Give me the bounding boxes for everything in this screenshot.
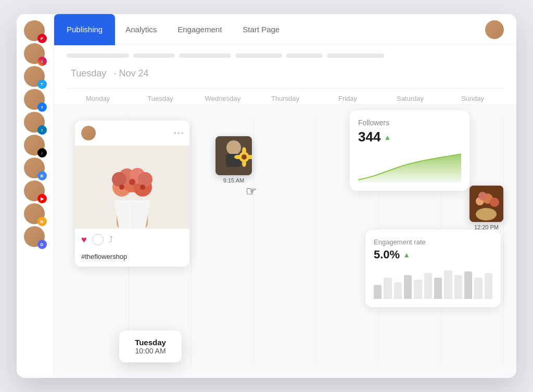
right-thumb-time: 12:20 PM — [469, 224, 503, 230]
bar-item — [464, 271, 472, 299]
day-friday: Friday — [316, 93, 379, 104]
user-avatar[interactable] — [485, 20, 504, 39]
bar-item — [404, 275, 412, 299]
day-saturday: Saturday — [379, 93, 441, 104]
badge-other1: B — [37, 171, 47, 180]
tab-analytics[interactable]: Analytics — [115, 14, 167, 45]
scheduled-thumb-image — [215, 136, 252, 175]
sidebar-account-youtube[interactable]: ▶ — [24, 180, 47, 203]
post-card-dots[interactable] — [174, 132, 183, 134]
followers-chart — [358, 151, 461, 182]
heart-icon[interactable]: ♥ — [81, 234, 87, 245]
scheduled-thumb[interactable]: 9:15 AM — [215, 136, 252, 184]
bar-item — [485, 273, 492, 299]
schedule-tooltip: Tuesday 10:00 AM — [119, 331, 182, 362]
sidebar-account-other2[interactable]: B — [24, 203, 47, 226]
svg-point-12 — [140, 185, 145, 190]
svg-point-8 — [112, 172, 126, 187]
date-title: Tuesday · Nov 24 — [67, 66, 504, 80]
followers-label: Followers — [358, 119, 461, 127]
day-wednesday: Wednesday — [192, 93, 254, 104]
post-card-actions: ♥ ⤴ — [75, 229, 189, 251]
followers-card: Followers 344 ▲ — [350, 110, 469, 191]
svg-point-9 — [138, 172, 153, 187]
post-card-image — [75, 146, 189, 229]
sidebar-account-pinterest[interactable]: P — [24, 20, 47, 43]
scheduled-thumb-time: 9:15 AM — [215, 177, 252, 184]
svg-point-28 — [478, 192, 487, 200]
skeleton-bars — [67, 54, 504, 58]
badge-facebook: f — [37, 102, 47, 112]
sidebar-account-facebook[interactable]: f — [24, 89, 47, 112]
svg-point-27 — [490, 198, 499, 207]
bar-item — [454, 275, 462, 299]
post-card-avatar — [81, 126, 96, 140]
svg-point-10 — [129, 179, 135, 185]
badge-youtube: ▶ — [37, 194, 47, 203]
top-nav: Publishing Analytics Engagement Start Pa… — [54, 14, 516, 45]
calendar-body: ♥ ⤴ #theflowershop Tuesday 10:00 AM — [54, 104, 516, 378]
sidebar-account-other1[interactable]: B — [24, 158, 47, 180]
right-thumb-image — [469, 186, 503, 222]
day-thursday: Thursday — [254, 93, 316, 104]
followers-count: 344 ▲ — [358, 129, 461, 145]
engagement-label: Engagement rate — [374, 238, 492, 246]
followers-trend: ▲ — [384, 133, 391, 141]
engagement-rate: 5.0% ▲ — [374, 248, 492, 262]
tooltip-time: 10:00 AM — [130, 347, 171, 355]
badge-instagram: I — [37, 57, 47, 66]
tab-engagement[interactable]: Engagement — [167, 14, 232, 45]
svg-point-22 — [234, 155, 242, 159]
skeleton-bar — [327, 54, 384, 58]
skeleton-bar — [133, 54, 175, 58]
dot3 — [181, 132, 183, 134]
tooltip-day: Tuesday — [130, 338, 171, 347]
sidebar-account-instagram[interactable]: I — [24, 43, 47, 66]
sidebar-account-discord[interactable]: D — [24, 226, 47, 249]
comment-icon[interactable] — [92, 234, 104, 245]
bar-item — [384, 278, 391, 299]
badge-tiktok: ♪ — [37, 148, 47, 158]
bar-item — [444, 270, 452, 299]
svg-point-29 — [476, 208, 497, 220]
svg-point-19 — [242, 154, 247, 160]
sidebar-account-twitter[interactable]: T — [24, 66, 47, 89]
dot1 — [174, 132, 176, 134]
skeleton-bar — [179, 54, 231, 58]
cal-col-thu — [254, 115, 316, 368]
post-card[interactable]: ♥ ⤴ #theflowershop — [75, 121, 189, 267]
bar-item — [434, 278, 442, 299]
tab-publishing[interactable]: Publishing — [54, 14, 115, 45]
bar-item — [374, 285, 382, 299]
post-card-header — [75, 121, 189, 146]
share-icon[interactable]: ⤴ — [109, 235, 113, 244]
engagement-card: Engagement rate 5.0% ▲ — [365, 230, 501, 307]
bar-item — [474, 278, 482, 299]
day-sunday: Sunday — [441, 93, 504, 104]
svg-point-11 — [119, 185, 124, 190]
tab-startpage[interactable]: Start Page — [232, 14, 290, 45]
bar-item — [414, 280, 422, 299]
dot2 — [177, 132, 180, 134]
engagement-trend: ▲ — [403, 251, 410, 259]
day-tuesday: Tuesday — [129, 93, 192, 104]
skeleton-bar — [286, 54, 323, 58]
bar-chart — [374, 268, 492, 299]
app-container: PITfi♪B▶BD Publishing Analytics Engageme… — [17, 14, 516, 378]
sidebar: PITfi♪B▶BD — [17, 14, 54, 378]
badge-linkedin: i — [37, 125, 47, 135]
skeleton-bar — [235, 54, 282, 58]
sidebar-account-tiktok[interactable]: ♪ — [24, 135, 47, 158]
cursor-hand: ☞ — [246, 184, 257, 199]
svg-point-16 — [226, 140, 241, 155]
skeleton-bar — [67, 54, 129, 58]
badge-discord: D — [37, 240, 47, 249]
sidebar-account-linkedin[interactable]: i — [24, 112, 47, 135]
right-thumb[interactable]: 12:20 PM — [469, 186, 503, 230]
badge-twitter: T — [37, 80, 47, 89]
svg-point-20 — [242, 147, 246, 154]
svg-point-21 — [242, 160, 246, 167]
bar-item — [424, 273, 432, 299]
day-headers: Monday Tuesday Wednesday Thursday Friday… — [67, 88, 504, 104]
post-card-caption: #theflowershop — [75, 251, 189, 267]
